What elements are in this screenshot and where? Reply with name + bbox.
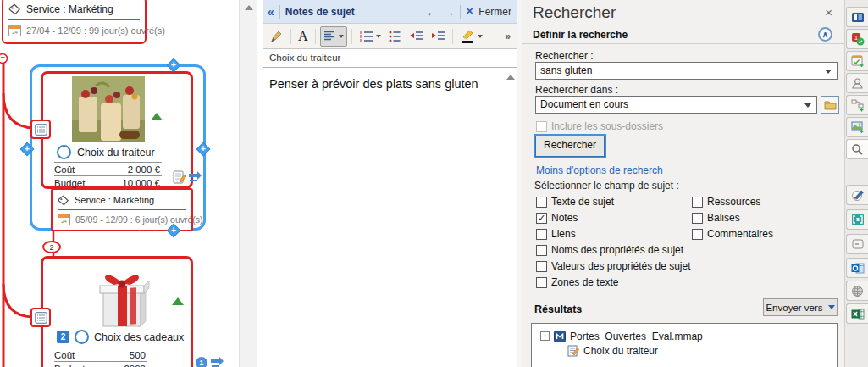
result-file-name[interactable]: Portes_Ouvertes_Eval.mmap [570, 331, 703, 342]
collapse-subtopics-icon[interactable] [151, 113, 163, 120]
checkbox-box[interactable] [536, 229, 547, 240]
increase-indent-button[interactable] [428, 27, 448, 46]
scroll-up-arrow[interactable] [245, 5, 253, 10]
checkbox-zones-de-texte[interactable]: Zones de texte [536, 275, 618, 289]
checkbox-ressources[interactable]: Ressources [692, 195, 760, 209]
search-input[interactable]: sans gluten [535, 62, 838, 80]
tree-collapse-toggle[interactable]: − [540, 331, 550, 341]
close-search-panel-icon[interactable]: × [825, 5, 832, 19]
map-canvas[interactable]: − Service : Markéting 24 27/04 - 12/09 :… [0, 0, 239, 367]
result-item-name[interactable]: Choix du traiteur [583, 345, 658, 357]
relationship-icon[interactable] [209, 356, 225, 367]
search-button[interactable]: Rechercher [535, 136, 605, 157]
previous-note-button[interactable]: ← [426, 5, 438, 19]
subtopic-count-badge[interactable]: 2 [42, 241, 61, 253]
priority-badge[interactable]: 2 [57, 331, 69, 343]
results-tree[interactable]: − Portes_Ouvertes_Eval.mmap Choix du tra… [531, 323, 838, 367]
note-scroll-up-arrow[interactable] [506, 75, 515, 80]
checkbox-box[interactable] [692, 197, 703, 208]
numbered-list-button[interactable] [357, 27, 384, 46]
close-panel-label[interactable]: Fermer [478, 6, 511, 18]
tab-capture[interactable] [846, 209, 868, 230]
checkbox-texte-de-sujet[interactable]: Texte de sujet [536, 195, 614, 209]
format-painter-button[interactable] [266, 27, 286, 46]
checkbox-box[interactable] [536, 261, 547, 272]
collapse-branch-toggle[interactable]: − [0, 53, 7, 62]
collapse-panel-button[interactable]: « [268, 5, 274, 19]
insert-topic-handle-bottom[interactable]: + [168, 225, 180, 236]
callout-service-top[interactable]: Service : Markéting 24 27/04 - 12/09 : 9… [2, 0, 147, 44]
chevron-down-icon[interactable] [825, 70, 832, 74]
capture-icon [851, 213, 865, 226]
checkbox-notes[interactable]: Notes [536, 211, 578, 225]
decrease-indent-button[interactable] [406, 27, 426, 46]
tab-resource-person[interactable] [846, 73, 868, 93]
checkbox-box[interactable] [536, 277, 547, 288]
topic-notes-button[interactable] [30, 308, 51, 327]
note-subject-title: Choix du traiteur [263, 49, 517, 68]
browse-folder-button[interactable] [821, 96, 839, 114]
topic-title[interactable]: Choix du traiteur [77, 147, 155, 158]
less-options-link[interactable]: Moins d'options de recherch [536, 164, 663, 176]
collapse-subtopics-icon[interactable] [172, 297, 184, 305]
font-button[interactable]: A [296, 27, 311, 46]
insert-topic-handle-right[interactable]: + [197, 143, 209, 155]
tab-image-add[interactable] [846, 117, 868, 137]
notes-page-icon[interactable] [173, 170, 186, 185]
tab-mindmanager-file[interactable] [846, 7, 868, 27]
topic-choix-des-cadeaux[interactable]: 2 Choix des cadeaux Coût500 Budget2000 [41, 256, 193, 367]
insert-topic-handle-top[interactable]: + [168, 59, 180, 71]
topic-progress-icon[interactable] [57, 145, 71, 159]
checkbox-label: Noms des propriétés de sujet [551, 244, 683, 256]
tab-relationship-add[interactable] [846, 95, 868, 115]
tab-task-priority[interactable]: 1 [846, 29, 868, 49]
collapse-section-button[interactable]: ∧ [818, 27, 832, 42]
tab-window[interactable] [846, 234, 868, 254]
topic-progress-icon[interactable] [75, 330, 89, 344]
search-in-value: Document en cours [540, 98, 628, 110]
tab-calendar-add[interactable] [846, 51, 868, 71]
result-item-row[interactable]: Choix du traiteur [532, 343, 837, 358]
checkbox-balises[interactable]: Balises [692, 211, 740, 225]
topic-notes-button[interactable] [30, 120, 51, 139]
map-vertical-scrollbar[interactable] [239, 0, 259, 367]
window-icon [851, 238, 865, 250]
checkbox-box[interactable] [692, 229, 703, 240]
search-panel-title: Rechercher [533, 3, 616, 22]
next-note-button[interactable]: → [443, 5, 455, 19]
panel-splitter[interactable] [517, 0, 522, 367]
checkbox-box[interactable] [536, 213, 547, 224]
note-editor[interactable]: Penser à prévoir des plats sans gluten [263, 68, 488, 102]
checkbox-valeurs-proprietes[interactable]: Valeurs des propriétés de sujet [536, 259, 691, 273]
info-number-badge[interactable]: 1 [196, 357, 207, 367]
bullet-list-button[interactable] [386, 27, 404, 46]
tab-pen-edit[interactable] [846, 185, 868, 205]
highlight-button[interactable] [457, 27, 485, 46]
search-in-select[interactable]: Document en cours [535, 96, 817, 114]
tab-outlook[interactable] [846, 258, 868, 278]
checkbox-label: Zones de texte [551, 276, 618, 288]
notes-panel-title: Notes de sujet [285, 6, 421, 18]
numbered-list-icon [359, 31, 373, 42]
relationship-icon[interactable] [187, 170, 203, 183]
result-file-row[interactable]: − Portes_Ouvertes_Eval.mmap [532, 324, 837, 343]
topic-title[interactable]: Choix des cadeaux [94, 331, 184, 343]
tab-search[interactable] [846, 139, 868, 159]
tab-excel[interactable] [846, 303, 868, 324]
insert-topic-handle-left[interactable]: + [21, 143, 33, 155]
send-to-button[interactable]: Envoyer vers [763, 298, 838, 316]
checkbox-box[interactable] [536, 197, 547, 208]
tab-web-globe[interactable] [846, 281, 868, 301]
close-panel-icon[interactable]: ✕ [466, 6, 473, 17]
notes-list-icon [35, 124, 47, 136]
checkbox-commentaires[interactable]: Commentaires [692, 227, 773, 241]
checkbox-noms-proprietes[interactable]: Noms des propriétés de sujet [536, 243, 683, 257]
align-button[interactable] [320, 26, 347, 47]
checkbox-box[interactable] [692, 213, 703, 224]
toolbar-overflow-button[interactable]: » [502, 27, 513, 46]
separator [279, 5, 280, 19]
checkbox-liens[interactable]: Liens [536, 227, 576, 241]
topic-choix-du-traiteur[interactable]: Choix du traiteur Coût2 000 € Budget10 0… [41, 71, 193, 189]
checkbox-box[interactable] [536, 245, 547, 256]
chevron-down-icon[interactable] [804, 103, 811, 108]
